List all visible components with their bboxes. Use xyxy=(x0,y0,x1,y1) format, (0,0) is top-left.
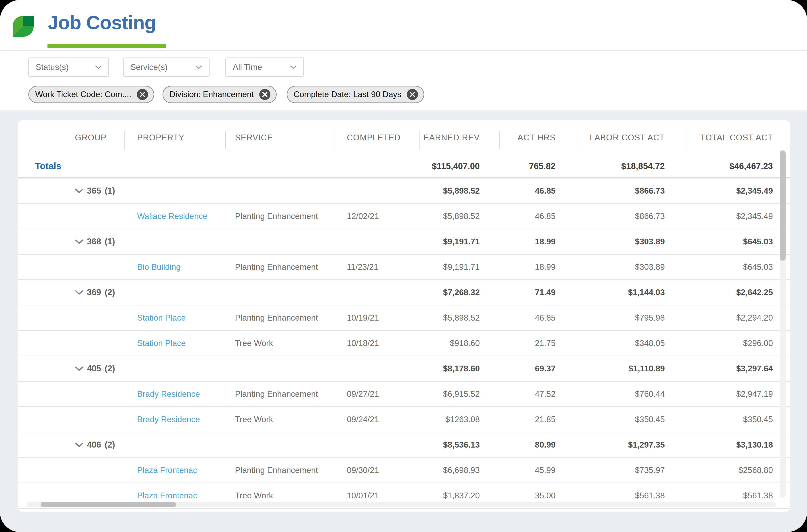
chevron-down-icon xyxy=(75,290,84,295)
labor-cost-act-cell: $760.44 xyxy=(577,390,686,399)
property-link[interactable]: Station Place xyxy=(137,339,186,348)
group-row: 369(2)$7,268.3271.49$1,144.03$2,642.25 xyxy=(18,280,790,305)
filter-chip-division[interactable]: Division: Enhancement xyxy=(163,86,277,103)
chevron-down-icon xyxy=(95,65,102,69)
group-row: 368(1)$9,191.7118.99$303.89$645.03 xyxy=(18,229,790,255)
group-number: 369 xyxy=(87,288,101,297)
total-cost-act-cell: $645.03 xyxy=(686,262,783,272)
chevron-down-icon xyxy=(75,442,84,447)
time-filter-dropdown[interactable]: All Time xyxy=(225,57,304,77)
table-row: Station PlacePlanting Enhancement10/19/2… xyxy=(18,305,790,331)
content-area: GROUPPROPERTYSERVICECOMPLETEDEARNED REVA… xyxy=(0,111,807,532)
table-row: Wallace ResidencePlanting Enhancement12/… xyxy=(18,204,790,229)
vertical-scrollbar-track xyxy=(780,150,786,498)
group-toggle[interactable]: 406(2) xyxy=(18,440,124,450)
total-cost-act-cell: $2568.80 xyxy=(686,466,783,475)
labor-cost-act-cell: $795.98 xyxy=(577,313,686,323)
property-cell: Plaza Frontenac xyxy=(124,466,225,475)
page-title: Job Costing xyxy=(48,12,156,34)
group-count: (1) xyxy=(105,186,115,196)
service-cell: Tree Work xyxy=(225,415,334,424)
close-icon[interactable] xyxy=(259,89,271,100)
total-cost-act-cell: $2,294.20 xyxy=(686,313,783,323)
property-link[interactable]: Plaza Frontenac xyxy=(137,491,197,500)
labor-cost-act-cell: $561.38 xyxy=(577,491,686,500)
totals-earned-rev: $115,407.00 xyxy=(419,161,499,171)
group-number: 368 xyxy=(87,237,101,246)
filter-chip-label: Division: Enhancement xyxy=(169,90,254,99)
property-cell: Bio Building xyxy=(124,262,225,272)
group-row: 365(1)$5,898.5246.85$866.73$2,345.49 xyxy=(18,178,790,204)
property-link[interactable]: Brady Residence xyxy=(137,415,200,424)
act-hrs-cell: 47.52 xyxy=(499,390,577,399)
act-hrs-cell: 46.85 xyxy=(499,313,577,323)
close-icon[interactable] xyxy=(407,89,418,100)
column-header-labor_cost_act: LABOR COST ACT xyxy=(577,133,686,142)
labor-cost-act-cell: $350.45 xyxy=(577,415,686,424)
completed-date-cell: 10/01/21 xyxy=(334,491,419,500)
horizontal-scrollbar-track xyxy=(27,502,776,507)
vertical-scrollbar-thumb[interactable] xyxy=(780,150,786,261)
earned-rev-cell: $918.60 xyxy=(419,339,499,348)
earned-rev-cell: $1263.08 xyxy=(419,415,499,424)
earned-rev-cell: $8,178.60 xyxy=(419,364,499,373)
chevron-down-icon xyxy=(75,188,84,193)
completed-date-cell: 09/27/21 xyxy=(334,390,419,399)
act-hrs-cell: 80.99 xyxy=(499,440,577,450)
service-cell: Planting Enhancement xyxy=(225,466,334,475)
property-cell: Station Place xyxy=(124,313,225,323)
earned-rev-cell: $7,268.32 xyxy=(419,288,499,297)
total-cost-act-cell: $3,130.18 xyxy=(686,440,783,450)
act-hrs-cell: 69.37 xyxy=(499,364,577,373)
table-row: Plaza FrontenacPlanting Enhancement09/30… xyxy=(18,458,790,483)
totals-total-cost-act: $46,467.23 xyxy=(686,161,783,171)
column-header-earned_rev: EARNED REV xyxy=(419,133,499,142)
property-link[interactable]: Plaza Frontenac xyxy=(137,466,197,475)
group-toggle[interactable]: 405(2) xyxy=(18,364,124,373)
property-cell: Brady Residence xyxy=(124,415,225,424)
filter-chip-work-ticket-code[interactable]: Work Ticket Code: Com.... xyxy=(28,86,154,103)
group-number: 406 xyxy=(87,440,101,450)
act-hrs-cell: 46.85 xyxy=(499,186,577,196)
column-divider xyxy=(577,131,577,149)
completed-date-cell: 10/19/21 xyxy=(334,313,419,323)
act-hrs-cell: 45.99 xyxy=(499,466,577,475)
group-row: 406(2)$8,536.1380.99$1,297.35$3,130.18 xyxy=(18,432,790,458)
total-cost-act-cell: $2,345.49 xyxy=(686,186,783,196)
group-toggle[interactable]: 368(1) xyxy=(18,237,124,246)
act-hrs-cell: 21.85 xyxy=(499,415,577,424)
earned-rev-cell: $6,915.52 xyxy=(419,390,499,399)
earned-rev-cell: $5,898.52 xyxy=(419,212,499,221)
labor-cost-act-cell: $303.89 xyxy=(577,237,686,246)
property-link[interactable]: Brady Residence xyxy=(137,390,200,399)
chevron-down-icon xyxy=(75,239,84,244)
close-icon[interactable] xyxy=(137,89,148,100)
service-filter-label: Service(s) xyxy=(130,63,168,72)
table-row: Station PlaceTree Work10/18/21$918.6021.… xyxy=(18,331,790,356)
service-filter-dropdown[interactable]: Service(s) xyxy=(123,57,209,77)
total-cost-act-cell: $2,947.19 xyxy=(686,390,783,399)
status-filter-dropdown[interactable]: Status(s) xyxy=(28,57,109,77)
property-link[interactable]: Wallace Residence xyxy=(137,212,207,221)
earned-rev-cell: $9,191.71 xyxy=(419,262,499,272)
group-toggle[interactable]: 369(2) xyxy=(18,288,124,297)
total-cost-act-cell: $561.38 xyxy=(686,491,783,500)
service-cell: Planting Enhancement xyxy=(225,390,334,399)
job-costing-table-card: GROUPPROPERTYSERVICECOMPLETEDEARNED REVA… xyxy=(18,120,790,512)
act-hrs-cell: 46.85 xyxy=(499,212,577,221)
labor-cost-act-cell: $303.89 xyxy=(577,262,686,272)
property-link[interactable]: Station Place xyxy=(137,313,186,322)
column-header-act_hrs: ACT HRS xyxy=(499,133,577,142)
column-divider xyxy=(225,131,226,149)
property-link[interactable]: Bio Building xyxy=(137,262,181,271)
totals-label[interactable]: Totals xyxy=(18,161,419,171)
group-toggle[interactable]: 365(1) xyxy=(18,186,124,196)
status-filter-label: Status(s) xyxy=(36,63,69,72)
column-divider xyxy=(499,131,500,149)
group-number: 365 xyxy=(87,186,101,196)
filter-chip-complete-date[interactable]: Complete Date: Last 90 Days xyxy=(287,86,424,103)
total-cost-act-cell: $645.03 xyxy=(686,237,783,246)
horizontal-scrollbar-thumb[interactable] xyxy=(41,502,176,507)
earned-rev-cell: $8,536.13 xyxy=(419,440,499,450)
group-count: (2) xyxy=(105,440,115,450)
